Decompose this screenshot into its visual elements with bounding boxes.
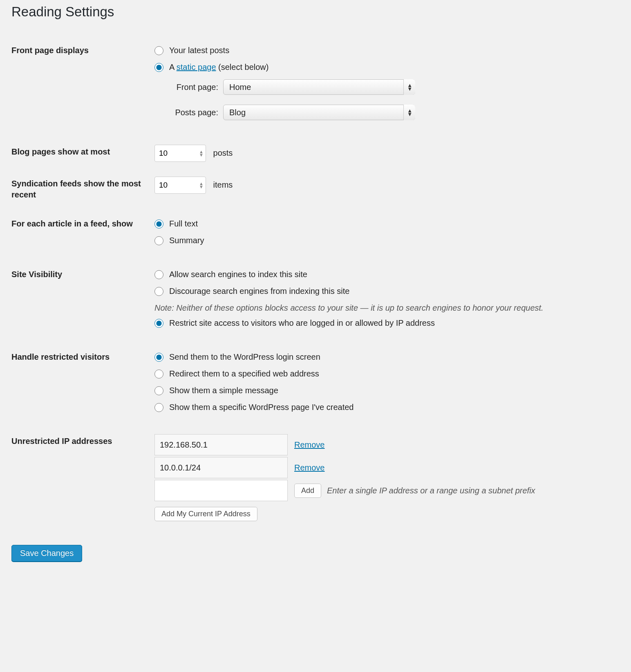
add-current-ip-button[interactable]: Add My Current IP Address: [154, 507, 257, 521]
radio-label-static-page: A static page (select below): [169, 63, 269, 72]
save-changes-button[interactable]: Save Changes: [11, 545, 82, 562]
radio-label-specific-page: Show them a specific WordPress page I've…: [169, 403, 354, 412]
posts-page-select[interactable]: Blog: [223, 105, 415, 120]
remove-ip-1[interactable]: Remove: [294, 463, 324, 473]
posts-page-select-label: Posts page:: [165, 108, 218, 117]
radio-label-latest-posts: Your latest posts: [169, 46, 229, 55]
radio-label-allow-search: Allow search engines to index this site: [169, 270, 307, 279]
radio-allow-search[interactable]: [154, 270, 163, 279]
static-page-link[interactable]: static page: [177, 63, 216, 72]
row-label-ip: Unrestricted IP addresses: [11, 427, 154, 529]
radio-full-text[interactable]: [154, 220, 163, 228]
radio-latest-posts[interactable]: [154, 46, 163, 55]
remove-ip-0[interactable]: Remove: [294, 440, 324, 450]
radio-label-redirect: Redirect them to a specified web address: [169, 369, 319, 379]
radio-discourage-search[interactable]: [154, 287, 163, 296]
blog-pages-input[interactable]: [154, 145, 206, 162]
row-label-restricted: Handle restricted visitors: [11, 343, 154, 427]
radio-specific-page[interactable]: [154, 403, 163, 412]
page-title: Reading Settings: [11, 4, 620, 20]
syndication-input[interactable]: [154, 177, 206, 194]
static-suffix: (select below): [216, 63, 269, 72]
radio-static-page[interactable]: [154, 63, 163, 72]
radio-label-full-text: Full text: [169, 219, 198, 228]
radio-label-simple-message: Show them a simple message: [169, 386, 278, 395]
radio-simple-message[interactable]: [154, 386, 163, 395]
site-visibility-note: Note: Neither of these options blocks ac…: [154, 303, 615, 313]
radio-redirect[interactable]: [154, 370, 163, 379]
radio-label-discourage-search: Discourage search engines from indexing …: [169, 287, 349, 296]
radio-send-login[interactable]: [154, 353, 163, 362]
ip-hint: Enter a single IP address or a range usi…: [327, 486, 535, 495]
blog-pages-unit: posts: [213, 148, 233, 157]
radio-summary[interactable]: [154, 236, 163, 245]
radio-label-restrict-access: Restrict site access to visitors who are…: [169, 318, 435, 328]
row-label-syndication: Syndication feeds show the most recent: [11, 169, 154, 209]
add-ip-button[interactable]: Add: [294, 484, 321, 498]
radio-label-send-login: Send them to the WordPress login screen: [169, 352, 320, 362]
ip-input-1[interactable]: [154, 457, 288, 478]
ip-input-0[interactable]: [154, 434, 288, 455]
row-label-blog-pages: Blog pages show at most: [11, 137, 154, 169]
radio-label-summary: Summary: [169, 236, 204, 245]
ip-input-new[interactable]: [154, 480, 288, 501]
static-prefix: A: [169, 63, 177, 72]
syndication-unit: items: [213, 180, 233, 189]
front-page-select-label: Front page:: [165, 83, 218, 92]
row-label-site-visibility: Site Visibility: [11, 260, 154, 343]
radio-restrict-access[interactable]: [154, 319, 163, 328]
row-label-feed-content: For each article in a feed, show: [11, 209, 154, 260]
row-label-front-page: Front page displays: [11, 36, 154, 137]
front-page-select[interactable]: Home: [223, 79, 415, 95]
